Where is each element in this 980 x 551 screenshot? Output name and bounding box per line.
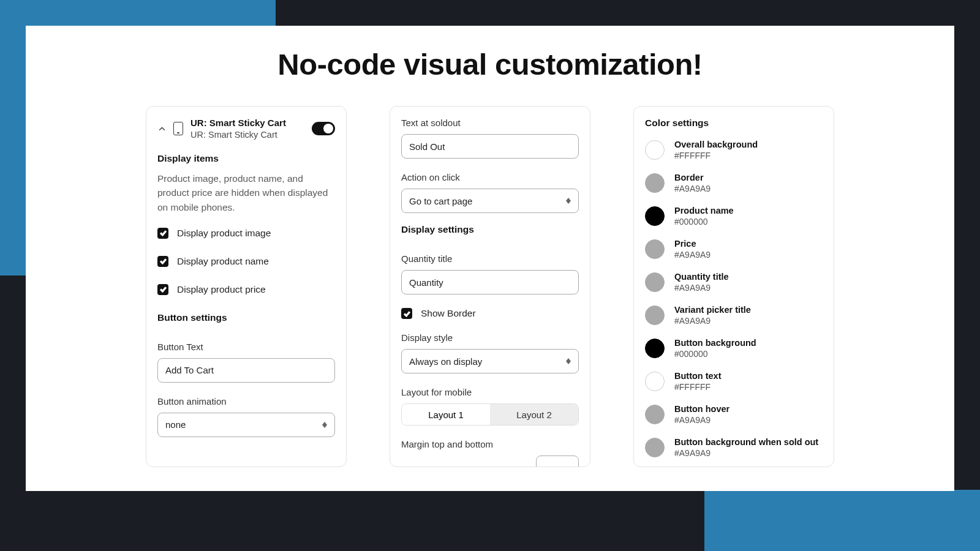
color-swatch[interactable] — [645, 206, 665, 226]
color-name: Quantity title — [674, 272, 729, 282]
color-swatch[interactable] — [645, 173, 665, 193]
color-row: Variant picker title#A9A9A9 — [645, 305, 823, 326]
color-hex: #FFFFFF — [674, 382, 722, 392]
color-name: Price — [674, 239, 710, 249]
color-name: Button text — [674, 371, 722, 381]
color-name: Variant picker title — [674, 305, 751, 315]
mobile-icon — [173, 122, 183, 135]
section-display-settings: Display settings — [401, 224, 579, 235]
color-swatch[interactable] — [645, 339, 665, 358]
color-hex: #A9A9A9 — [674, 250, 710, 260]
color-swatch[interactable] — [645, 140, 665, 160]
hero-title: No-code visual customization! — [26, 26, 954, 81]
select-value: Always on display — [409, 356, 482, 367]
checkbox-product-price[interactable]: Display product price — [157, 284, 335, 295]
color-hex: #A9A9A9 — [674, 184, 710, 193]
enable-toggle[interactable] — [312, 122, 335, 135]
color-swatch[interactable] — [645, 272, 665, 292]
color-hex: #FFFFFF — [674, 151, 758, 160]
select-arrows-icon — [322, 422, 327, 428]
color-hex: #A9A9A9 — [674, 448, 818, 458]
checkbox-show-border[interactable]: Show Border — [401, 308, 579, 319]
checkbox-icon — [157, 228, 168, 239]
color-name: Overall background — [674, 140, 758, 149]
color-hex: #A9A9A9 — [674, 283, 729, 293]
color-hex: #000000 — [674, 217, 734, 227]
section-button-settings: Button settings — [157, 312, 335, 323]
quantity-title-input[interactable] — [401, 270, 579, 294]
button-text-input[interactable] — [157, 358, 335, 383]
section-color-settings: Color settings — [645, 118, 823, 129]
color-hex: #A9A9A9 — [674, 316, 751, 326]
color-name: Border — [674, 173, 710, 182]
color-name: Button background when sold out — [674, 437, 818, 447]
color-row: Product name#000000 — [645, 206, 823, 227]
display-items-desc: Product image, product name, and product… — [157, 171, 335, 214]
checkbox-label: Display product image — [177, 228, 271, 239]
button-animation-label: Button animation — [157, 396, 335, 407]
select-arrows-icon — [566, 358, 571, 364]
color-name: Product name — [674, 206, 734, 216]
color-row: Button background#000000 — [645, 338, 823, 359]
color-row: Button background when sold out#A9A9A9 — [645, 437, 823, 458]
button-text-label: Button Text — [157, 342, 335, 352]
soldout-input[interactable] — [401, 134, 579, 159]
color-swatch[interactable] — [645, 305, 665, 325]
color-row: Button hover#A9A9A9 — [645, 404, 823, 425]
decor-blue-bottomright — [704, 490, 980, 551]
color-row: Border#A9A9A9 — [645, 173, 823, 193]
checkbox-icon — [157, 256, 168, 267]
checkbox-label: Display product name — [177, 256, 269, 267]
layout-1-button[interactable]: Layout 1 — [402, 404, 490, 425]
action-on-click-label: Action on click — [401, 172, 579, 182]
color-row: Price#A9A9A9 — [645, 239, 823, 260]
select-arrows-icon — [566, 198, 571, 204]
action-on-click-select[interactable]: Go to cart page — [401, 189, 579, 213]
color-row: Overall background#FFFFFF — [645, 140, 823, 160]
checkbox-product-name[interactable]: Display product name — [157, 256, 335, 267]
margin-input[interactable] — [536, 455, 579, 467]
quantity-title-label: Quantity title — [401, 253, 579, 264]
color-name: Button background — [674, 338, 756, 348]
checkbox-icon — [157, 284, 168, 295]
checkbox-label: Display product price — [177, 284, 266, 295]
chevron-up-icon[interactable] — [157, 124, 166, 133]
checkbox-label: Show Border — [421, 308, 476, 319]
select-value: none — [165, 419, 186, 430]
color-hex: #000000 — [674, 349, 756, 359]
main-panel: No-code visual customization! UR: Smart … — [26, 26, 954, 491]
color-swatch[interactable] — [645, 239, 665, 259]
layout-2-button[interactable]: Layout 2 — [490, 404, 578, 425]
card-display-items: UR: Smart Sticky Cart UR: Smart Sticky C… — [146, 106, 347, 467]
layout-segmented: Layout 1 Layout 2 — [401, 403, 579, 425]
margin-label: Margin top and bottom — [401, 439, 579, 449]
color-hex: #A9A9A9 — [674, 415, 729, 425]
card-subtitle: UR: Smart Sticky Cart — [190, 130, 304, 140]
color-swatch[interactable] — [645, 372, 665, 391]
cards-row: UR: Smart Sticky Cart UR: Smart Sticky C… — [26, 106, 954, 467]
section-display-items: Display items — [157, 153, 335, 164]
button-animation-select[interactable]: none — [157, 413, 335, 437]
layout-mobile-label: Layout for mobile — [401, 387, 579, 397]
checkbox-icon — [401, 308, 412, 319]
display-style-label: Display style — [401, 332, 579, 343]
card-title: UR: Smart Sticky Cart — [190, 118, 304, 128]
select-value: Go to cart page — [409, 196, 472, 206]
card-display-settings: Text at soldout Action on click Go to ca… — [390, 106, 590, 467]
color-name: Button hover — [674, 404, 729, 414]
color-row: Quantity title#A9A9A9 — [645, 272, 823, 293]
display-style-select[interactable]: Always on display — [401, 349, 579, 373]
card-color-settings: Color settings Overall background#FFFFFF… — [633, 106, 834, 467]
color-row: Button text#FFFFFF — [645, 371, 823, 392]
soldout-label: Text at soldout — [401, 118, 579, 128]
card-header: UR: Smart Sticky Cart UR: Smart Sticky C… — [157, 118, 335, 140]
color-swatch[interactable] — [645, 405, 665, 424]
checkbox-product-image[interactable]: Display product image — [157, 228, 335, 239]
color-swatch[interactable] — [645, 438, 665, 457]
